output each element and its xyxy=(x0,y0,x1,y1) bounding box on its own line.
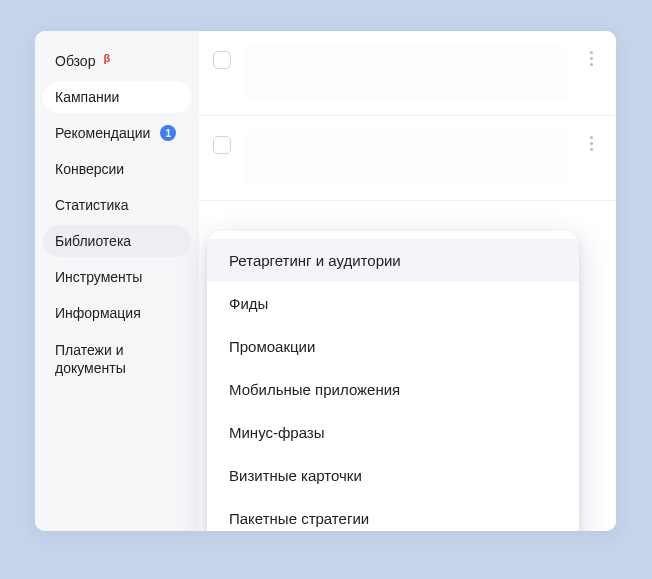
sidebar-item-overview[interactable]: Обзор β xyxy=(43,45,191,77)
row-card[interactable] xyxy=(245,130,568,186)
sidebar-item-label: Кампании xyxy=(55,89,119,105)
sidebar-item-statistics[interactable]: Статистика xyxy=(43,189,191,221)
sidebar-item-label: Информация xyxy=(55,305,141,321)
sidebar-item-label: Статистика xyxy=(55,197,129,213)
dropdown-item-mobile-apps[interactable]: Мобильные приложения xyxy=(207,368,579,411)
sidebar-item-label: Обзор xyxy=(55,53,95,69)
sidebar-item-label: Инструменты xyxy=(55,269,142,285)
row-checkbox[interactable] xyxy=(213,51,231,69)
dropdown-item-promo[interactable]: Промоакции xyxy=(207,325,579,368)
dropdown-item-label: Ретаргетинг и аудитории xyxy=(229,252,401,269)
dropdown-item-label: Фиды xyxy=(229,295,268,312)
dropdown-item-label: Мобильные приложения xyxy=(229,381,400,398)
table-row xyxy=(199,31,616,116)
dropdown-item-retargeting[interactable]: Ретаргетинг и аудитории xyxy=(207,239,579,282)
dropdown-item-label: Промоакции xyxy=(229,338,315,355)
dropdown-item-negative-phrases[interactable]: Минус-фразы xyxy=(207,411,579,454)
sidebar-item-campaigns[interactable]: Кампании xyxy=(43,81,191,113)
dropdown-item-label: Минус-фразы xyxy=(229,424,325,441)
dropdown-item-business-cards[interactable]: Визитные карточки xyxy=(207,454,579,497)
beta-badge: β xyxy=(103,52,110,64)
sidebar-item-label: Рекомендации xyxy=(55,125,150,141)
sidebar-item-tools[interactable]: Инструменты xyxy=(43,261,191,293)
sidebar-item-payments[interactable]: Платежи и документы xyxy=(43,333,191,385)
row-checkbox[interactable] xyxy=(213,136,231,154)
dropdown-item-batch-strategies[interactable]: Пакетные стратегии xyxy=(207,497,579,531)
row-menu-icon[interactable] xyxy=(582,51,600,66)
row-card[interactable] xyxy=(245,45,568,101)
sidebar-item-label: Конверсии xyxy=(55,161,124,177)
dropdown-item-label: Пакетные стратегии xyxy=(229,510,369,527)
app-window: Обзор β Кампании Рекомендации 1 Конверси… xyxy=(35,31,616,531)
sidebar-item-recommendations[interactable]: Рекомендации 1 xyxy=(43,117,191,149)
count-badge: 1 xyxy=(160,125,176,141)
sidebar-item-label: Платежи и документы xyxy=(55,341,179,377)
sidebar-item-conversions[interactable]: Конверсии xyxy=(43,153,191,185)
sidebar-item-information[interactable]: Информация xyxy=(43,297,191,329)
table-row xyxy=(199,116,616,201)
row-menu-icon[interactable] xyxy=(582,136,600,151)
sidebar: Обзор β Кампании Рекомендации 1 Конверси… xyxy=(35,31,199,531)
dropdown-item-label: Визитные карточки xyxy=(229,467,362,484)
dropdown-item-feeds[interactable]: Фиды xyxy=(207,282,579,325)
sidebar-item-library[interactable]: Библиотека xyxy=(43,225,191,257)
sidebar-item-label: Библиотека xyxy=(55,233,131,249)
library-dropdown: Ретаргетинг и аудитории Фиды Промоакции … xyxy=(207,231,579,531)
